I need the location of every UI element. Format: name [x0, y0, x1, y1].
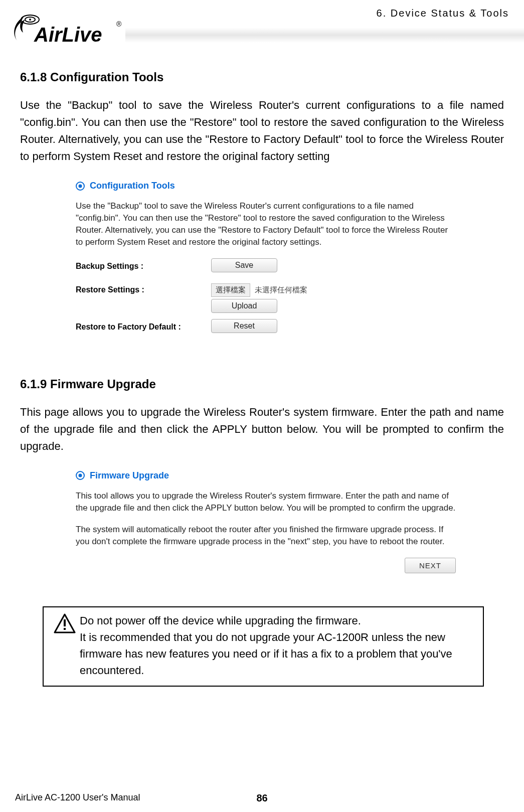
- file-status-text: 未選擇任何檔案: [255, 285, 307, 294]
- config-tools-panel: Configuration Tools Use the "Backup" too…: [65, 175, 461, 352]
- header-chapter: 6. Device Status & Tools: [377, 8, 509, 19]
- panel-description: Use the "Backup" tool to save the Wirele…: [76, 200, 451, 248]
- page-number: 86: [256, 792, 267, 804]
- backup-settings-label: Backup Settings :: [76, 262, 211, 271]
- upload-button[interactable]: Upload: [211, 299, 277, 313]
- reset-button[interactable]: Reset: [211, 319, 277, 333]
- panel-description-2: The system will automatically reboot the…: [76, 524, 456, 548]
- section-heading-firmware: 6.1.9 Firmware Upgrade: [20, 377, 504, 391]
- svg-point-2: [29, 19, 31, 21]
- warning-icon: [54, 613, 76, 635]
- warning-box: Do not power off the device while upgrad…: [43, 606, 484, 687]
- panel-title: Configuration Tools: [90, 181, 175, 191]
- panel-title: Firmware Upgrade: [90, 470, 169, 481]
- bullet-icon: [76, 471, 85, 480]
- svg-rect-9: [64, 619, 66, 626]
- manual-title: AirLive AC-1200 User's Manual: [15, 792, 140, 803]
- factory-default-label: Restore to Factory Default :: [76, 322, 211, 332]
- next-button[interactable]: NEXT: [405, 558, 456, 573]
- svg-rect-10: [64, 628, 66, 630]
- firmware-upgrade-panel: Firmware Upgrade This tool allows you to…: [65, 465, 466, 586]
- page-footer: AirLive AC-1200 User's Manual 86: [15, 792, 509, 803]
- restore-settings-label: Restore Settings :: [76, 283, 211, 294]
- section-heading-config-tools: 6.1.8 Configuration Tools: [20, 70, 504, 84]
- header-divider: [125, 28, 524, 43]
- svg-point-8: [79, 474, 82, 477]
- save-button[interactable]: Save: [211, 258, 277, 272]
- warning-line-1: Do not power off the device while upgrad…: [80, 612, 476, 629]
- panel-description-1: This tool allows you to upgrade the Wire…: [76, 490, 456, 514]
- choose-file-button[interactable]: 選擇檔案: [211, 283, 250, 297]
- section-body-firmware: This page allows you to upgrade the Wire…: [20, 404, 504, 455]
- bullet-icon: [76, 182, 85, 191]
- svg-text:AirLive: AirLive: [34, 24, 102, 46]
- section-body-config-tools: Use the "Backup" tool to save the Wirele…: [20, 97, 504, 165]
- warning-line-2: It is recommended that you do not upgrad…: [80, 629, 476, 679]
- svg-text:®: ®: [116, 20, 122, 28]
- svg-point-6: [79, 184, 82, 188]
